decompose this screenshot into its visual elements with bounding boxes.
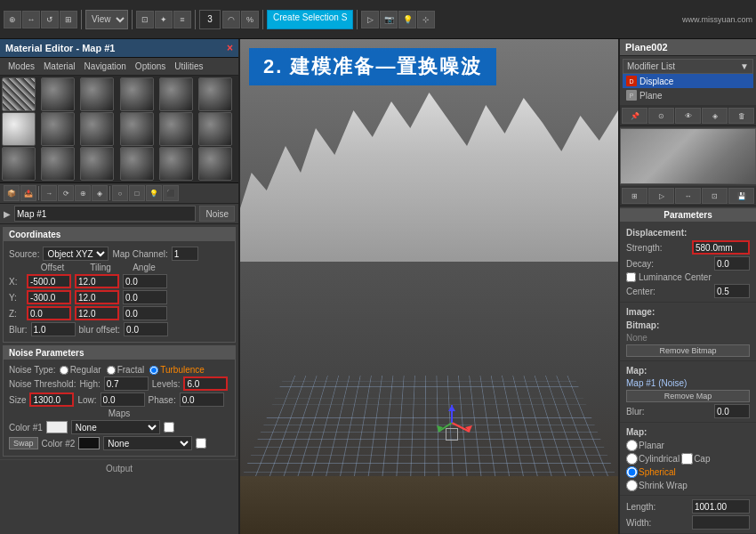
remove-bitmap-btn[interactable]: Remove Bitmap: [626, 344, 750, 357]
show-result-btn[interactable]: 👁: [675, 108, 701, 124]
blur-offset-input[interactable]: [124, 322, 168, 336]
mat-sphere-15[interactable]: [80, 147, 114, 181]
vp-btn5[interactable]: 💾: [728, 188, 754, 204]
luminance-checkbox[interactable]: [626, 272, 636, 282]
frame-number[interactable]: [199, 10, 221, 29]
icon-select[interactable]: ⊕: [4, 11, 21, 28]
menu-utilities[interactable]: Utilities: [170, 60, 207, 73]
tool-bg[interactable]: ⬛: [163, 185, 179, 201]
modifier-displace[interactable]: D Displace: [623, 74, 753, 88]
icon-percent[interactable]: %: [241, 11, 259, 28]
remove-modifier-btn[interactable]: 🗑: [728, 108, 754, 124]
vp-btn4[interactable]: ⊡: [702, 188, 728, 204]
tool-reset[interactable]: ⟳: [58, 185, 74, 201]
radio-fractal-input[interactable]: [107, 366, 116, 375]
mat-sphere-6[interactable]: [198, 77, 232, 111]
width-input[interactable]: [692, 515, 750, 530]
menu-options[interactable]: Options: [131, 60, 170, 73]
cap-checkbox[interactable]: [681, 453, 693, 465]
cylindrical-option[interactable]: Cylindrical: [626, 453, 680, 465]
swap-button[interactable]: Swap: [9, 437, 38, 449]
strength-input[interactable]: [692, 240, 750, 255]
tool-light[interactable]: 💡: [146, 185, 162, 201]
size-input[interactable]: [29, 392, 74, 407]
z-offset-input[interactable]: [27, 306, 71, 320]
blur-input[interactable]: [31, 322, 76, 336]
tool-copy[interactable]: ⊕: [75, 185, 91, 201]
length-input[interactable]: [692, 499, 750, 514]
decay-input[interactable]: [714, 256, 750, 271]
low-input[interactable]: [101, 392, 145, 407]
map-channel-input[interactable]: [172, 247, 198, 261]
z-tiling-input[interactable]: [75, 306, 119, 320]
y-tiling-input[interactable]: [75, 290, 119, 304]
icon-camera[interactable]: 📷: [380, 11, 398, 28]
menu-material[interactable]: Material: [39, 60, 80, 73]
pin-stack-btn[interactable]: 📌: [622, 108, 647, 124]
icon-scale[interactable]: ⊞: [60, 11, 77, 28]
phase-input[interactable]: [180, 392, 224, 407]
tool-make-unique[interactable]: ◈: [92, 185, 108, 201]
radio-regular[interactable]: Regular: [60, 365, 101, 375]
modifier-list-arrow[interactable]: ▼: [740, 61, 749, 71]
icon-rotate[interactable]: ↺: [41, 11, 59, 28]
map-type-btn[interactable]: Noise: [199, 206, 235, 222]
mat-sphere-10[interactable]: [120, 112, 154, 146]
mat-sphere-5[interactable]: [159, 77, 193, 111]
active-inactive-btn[interactable]: ⊙: [648, 108, 674, 124]
cap-option[interactable]: Cap: [681, 453, 710, 465]
mat-sphere-16[interactable]: [120, 147, 154, 181]
spherical-radio[interactable]: [626, 466, 638, 478]
coordinates-header[interactable]: Coordinates: [4, 228, 235, 241]
icon-snap[interactable]: ✦: [155, 11, 173, 28]
icon-align[interactable]: ≡: [173, 11, 191, 28]
icon-arc[interactable]: ◠: [222, 11, 240, 28]
vp-btn2[interactable]: ▷: [648, 188, 674, 204]
color2-checkbox[interactable]: [196, 438, 206, 449]
mat-sphere-11[interactable]: [159, 112, 193, 146]
y-offset-input[interactable]: [27, 290, 71, 304]
mat-sphere-14[interactable]: [41, 147, 75, 181]
make-unique-btn[interactable]: ◈: [702, 108, 728, 124]
mat-sphere-3[interactable]: [80, 77, 114, 111]
radio-fractal[interactable]: Fractal: [107, 365, 145, 375]
color2-swatch[interactable]: [78, 437, 100, 449]
tool-put-material[interactable]: 📤: [20, 185, 36, 201]
radio-turbulence-input[interactable]: [149, 366, 158, 375]
viewport-3d[interactable]: 2. 建模准备—置换噪波: [240, 39, 618, 534]
color1-checkbox[interactable]: [164, 422, 174, 433]
icon-render[interactable]: ▷: [361, 11, 379, 28]
mat-sphere-4[interactable]: [120, 77, 154, 111]
x-tiling-input[interactable]: [75, 274, 119, 288]
z-angle-input[interactable]: [123, 306, 167, 320]
color1-map-select[interactable]: None: [71, 420, 160, 434]
mat-sphere-13[interactable]: [2, 147, 36, 181]
map-blur-input[interactable]: [714, 404, 750, 418]
planar-radio[interactable]: [626, 440, 638, 451]
mat-sphere-12[interactable]: [198, 112, 232, 146]
icon-magnet[interactable]: ⊡: [136, 11, 154, 28]
mat-sphere-18[interactable]: [198, 147, 232, 181]
view-select[interactable]: View: [85, 10, 128, 29]
mat-sphere-17[interactable]: [159, 147, 193, 181]
noise-params-header[interactable]: Noise Parameters: [4, 346, 235, 360]
source-select[interactable]: Object XYZ: [43, 247, 109, 261]
tool-get-material[interactable]: 📦: [4, 185, 20, 201]
radio-regular-input[interactable]: [60, 366, 68, 375]
shrinkwrap-radio[interactable]: [626, 480, 638, 491]
vp-btn1[interactable]: ⊞: [622, 188, 647, 204]
tool-box[interactable]: □: [129, 185, 145, 201]
modifier-plane[interactable]: P Plane: [623, 88, 753, 102]
spherical-option[interactable]: Spherical: [626, 466, 676, 478]
radio-turbulence[interactable]: Turbulence: [149, 365, 205, 375]
mat-editor-close[interactable]: ×: [227, 42, 233, 54]
x-angle-input[interactable]: [123, 274, 167, 288]
y-angle-input[interactable]: [123, 290, 167, 304]
color2-map-select[interactable]: None: [103, 436, 192, 450]
levels-input[interactable]: [183, 376, 228, 391]
mat-sphere-2[interactable]: [41, 77, 75, 111]
icon-light[interactable]: 💡: [398, 11, 416, 28]
high-input[interactable]: [104, 376, 149, 391]
map-name-input[interactable]: [14, 206, 196, 222]
planar-option[interactable]: Planar: [626, 440, 664, 451]
